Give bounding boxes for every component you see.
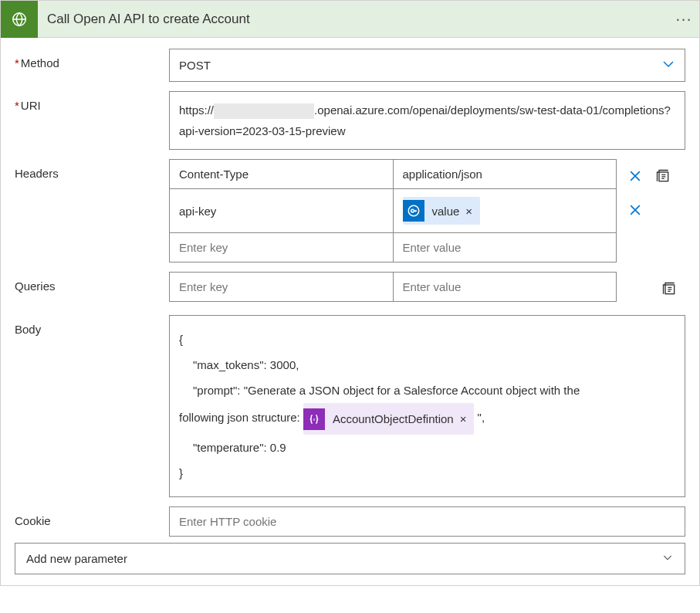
header-row-empty: Enter key Enter value — [170, 232, 616, 262]
cookie-input[interactable] — [169, 506, 685, 537]
method-label: *Method — [15, 49, 169, 69]
card-title: Call Open AI API to create Account — [38, 12, 668, 27]
method-select[interactable]: POST — [169, 49, 685, 82]
query-key-input[interactable]: Enter key — [170, 273, 394, 301]
more-icon[interactable]: ··· — [668, 11, 699, 28]
header-row: Content-Type application/json — [170, 160, 616, 188]
svg-point-2 — [411, 209, 414, 212]
body-editor[interactable]: { "max_tokens": 3000, "prompt": "Generat… — [169, 315, 685, 497]
headers-table: Content-Type application/json api-key — [169, 159, 617, 262]
switch-to-text-mode-icon[interactable] — [660, 279, 678, 298]
delete-row-icon[interactable] — [626, 167, 644, 185]
switch-to-text-mode-icon[interactable] — [654, 167, 672, 185]
body-label: Body — [15, 315, 169, 336]
query-row-empty: Enter key Enter value — [170, 273, 616, 301]
header-value-cell[interactable]: value × — [394, 189, 617, 232]
card-header[interactable]: Call Open AI API to create Account ··· — [1, 1, 699, 38]
svg-text:x: x — [312, 417, 316, 422]
token-label: value — [432, 205, 460, 218]
uri-label: *URI — [15, 91, 169, 112]
header-row: api-key — [170, 188, 616, 232]
add-parameter-label: Add new parameter — [26, 552, 127, 565]
header-value-input[interactable]: Enter value — [394, 233, 617, 262]
header-value-cell[interactable]: application/json — [394, 160, 617, 188]
header-key-input[interactable]: Enter key — [170, 233, 394, 262]
cookie-label: Cookie — [15, 506, 169, 527]
delete-row-icon[interactable] — [626, 201, 644, 219]
globe-icon — [1, 1, 38, 38]
secure-token[interactable]: value × — [403, 197, 481, 225]
remove-token-icon[interactable]: × — [465, 205, 472, 218]
action-card: Call Open AI API to create Account ··· *… — [0, 0, 700, 586]
redacted-host — [214, 103, 314, 119]
headers-label: Headers — [15, 159, 169, 180]
expression-icon: x — [303, 408, 325, 430]
add-parameter-select[interactable]: Add new parameter — [15, 543, 685, 574]
chevron-down-icon — [661, 551, 674, 566]
chevron-down-icon — [661, 57, 675, 73]
header-key-cell[interactable]: api-key — [170, 189, 394, 232]
uri-input[interactable]: https://.openai.azure.com/openai/deploym… — [169, 91, 685, 150]
query-value-input[interactable]: Enter value — [394, 273, 617, 301]
remove-token-icon[interactable]: × — [460, 406, 467, 432]
expression-token[interactable]: x AccountObjectDefintion × — [303, 403, 475, 435]
queries-label: Queries — [15, 272, 169, 293]
header-key-cell[interactable]: Content-Type — [170, 160, 394, 188]
method-value: POST — [179, 59, 211, 72]
card-body: *Method POST *URI https://.openai.azure.… — [1, 38, 699, 585]
key-vault-icon — [403, 200, 424, 222]
queries-table: Enter key Enter value — [169, 272, 617, 302]
expression-label: AccountObjectDefintion — [333, 406, 454, 432]
